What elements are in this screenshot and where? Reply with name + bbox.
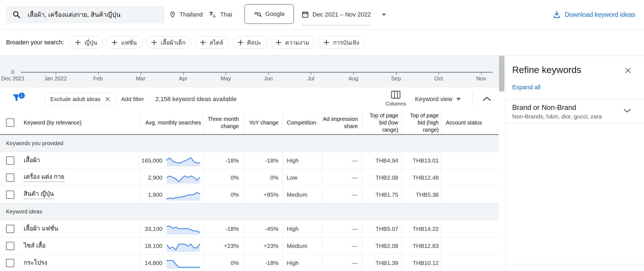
ad-impression-share-cell-value: —	[352, 174, 358, 181]
chart-month-label: Jun	[264, 75, 273, 82]
header-three-month-change[interactable]: Three month change	[203, 111, 243, 134]
refine-group-brand[interactable]: Brand or Non-Brand Non-Brands, h&m, dior…	[506, 99, 644, 123]
calendar-icon	[301, 11, 309, 18]
top-bar: Thailand A Thai Google Dec 2021 – Nov 20…	[0, 0, 644, 29]
add-filter-button[interactable]: Add filter	[121, 88, 144, 111]
location-label: Thailand	[179, 11, 203, 18]
vertical-scrollbar-thumb[interactable]	[499, 56, 504, 92]
bid-high-cell: THB14.22	[402, 220, 441, 237]
yoy-change-cell-value: 0%	[270, 174, 279, 181]
chart-axis-tick	[268, 73, 269, 75]
broaden-chip[interactable]: แฟชั่น	[107, 36, 143, 49]
bid-low-cell: THB2.08	[362, 169, 402, 186]
sparkline-svg	[166, 223, 201, 235]
header-account-status[interactable]: Account status	[441, 111, 499, 134]
avg-monthly-searches-cell: 1,900	[139, 186, 203, 203]
header-checkbox[interactable]	[6, 118, 14, 127]
svg-text:A: A	[213, 14, 216, 18]
chart-month-label: Aug	[348, 75, 358, 82]
row-checkbox[interactable]	[6, 259, 14, 267]
row-checkbox[interactable]	[6, 242, 14, 250]
date-caret-icon	[382, 13, 386, 16]
yoy-change-cell-value: -18%	[265, 157, 279, 164]
broaden-chip[interactable]: ศิลปะ	[233, 36, 267, 49]
three-month-change-cell: 0%	[203, 186, 243, 203]
avg-monthly-searches-cell: 2,900	[139, 169, 203, 186]
download-keyword-ideas-button[interactable]: Download keyword ideas	[553, 0, 635, 29]
yoy-change-cell: -18%	[243, 152, 283, 169]
network-label: Google	[265, 10, 285, 18]
bid-low-cell: THB1.75	[362, 186, 402, 203]
account-status-cell	[441, 186, 499, 203]
download-label: Download keyword ideas	[565, 11, 635, 18]
row-checkbox[interactable]	[6, 225, 14, 233]
avg-searches-value: 165,000	[141, 157, 162, 164]
ad-impression-share-cell: —	[322, 169, 362, 186]
expand-all-link[interactable]: Expand all	[512, 84, 541, 91]
columns-button[interactable]: Columns	[383, 90, 408, 107]
header-top-of-page-bid-low[interactable]: Top of page bid (low range)	[362, 111, 402, 134]
chart-month-label: May	[220, 75, 231, 82]
header-top-of-page-bid-high[interactable]: Top of page bid (high range)	[402, 111, 441, 134]
sparkline-svg	[166, 154, 201, 167]
exclude-adult-ideas-chip[interactable]: Exclude adult ideas	[44, 93, 117, 106]
chart-month-label: Jul	[307, 75, 315, 82]
header-keyword[interactable]: Keyword (by relevance)	[0, 111, 139, 134]
broaden-chip-label: แฟชั่น	[121, 38, 137, 47]
broaden-chips: ญี่ปุ่นแฟชั่นเสื้อผ้าเด็กสไตล์ศิลปะความง…	[70, 36, 365, 49]
ad-impression-share-cell-value: —	[352, 225, 358, 232]
chevron-down-icon	[623, 107, 632, 115]
filter-funnel-button[interactable]: 1	[12, 93, 24, 106]
chart-month-label: Apr	[179, 75, 187, 82]
trend-chart-strip: 0 Dec 2021Jan 2022FebMarAprMayJunJulAugS…	[0, 56, 499, 88]
keyword-search-box[interactable]	[6, 6, 164, 23]
broaden-chip[interactable]: สไตล์	[195, 36, 229, 49]
row-checkbox[interactable]	[6, 156, 14, 165]
table-row: กระโปรง14,8000%-18%High—THB1.39THB10.12	[0, 254, 499, 271]
language-selector[interactable]: A Thai	[209, 0, 232, 29]
header-label: Top of page bid (high range)	[402, 112, 439, 133]
refine-group-title: Brand or Non-Brand	[512, 103, 576, 112]
keyword-text: กระโปรง	[24, 259, 47, 267]
header-yoy-change[interactable]: YoY change	[243, 111, 283, 134]
keyword-view-dropdown[interactable]: Keyword view	[415, 88, 461, 111]
bid-low-cell-value: THB4.94	[375, 157, 398, 164]
header-avg-monthly-searches[interactable]: Avg. monthly searches	[139, 111, 203, 134]
table-section-header: Keyword ideas	[0, 203, 499, 220]
table-row: เครื่อง แต่ง กาย2,9000%0%Low—THB2.08THB1…	[0, 169, 499, 186]
broaden-chip[interactable]: ความงาม	[271, 36, 315, 49]
plus-icon	[275, 39, 282, 46]
chart-month-label: Oct	[434, 75, 443, 82]
three-month-change-cell: -18%	[203, 152, 243, 169]
close-panel-button[interactable]	[624, 67, 632, 75]
keyword-text: ไซส์ เสื้อ	[24, 242, 46, 250]
table-header-row: Keyword (by relevance) Avg. monthly sear…	[0, 111, 499, 135]
avg-searches-value: 14,800	[145, 259, 162, 267]
plus-icon	[199, 39, 207, 46]
header-ad-impression-share[interactable]: Ad impression share	[322, 111, 362, 134]
table-body: Keywords you providedเสื้อผ้า165,000-18%…	[0, 135, 499, 271]
broaden-chip[interactable]: ญี่ปุ่น	[70, 36, 103, 49]
panel-title: Refine keywords	[512, 64, 581, 75]
broaden-chip[interactable]: เสื้อผ้าเด็ก	[146, 36, 191, 49]
collapse-chart-button[interactable]	[482, 95, 492, 104]
bid-high-cell-value: THB12.83	[413, 242, 439, 250]
competition-cell-value: High	[287, 157, 299, 164]
competition-cell: Medium	[283, 186, 322, 203]
location-selector[interactable]: Thailand	[169, 0, 203, 29]
date-range-label: Dec 2021 – Nov 2022	[312, 11, 371, 18]
row-checkbox[interactable]	[6, 174, 14, 182]
broaden-chip[interactable]: การบันเทิง	[318, 36, 365, 49]
remove-filter-icon[interactable]	[105, 96, 110, 102]
keyword-text: เสื้อผ้า	[24, 156, 40, 164]
competition-cell: High	[283, 152, 322, 169]
header-competition[interactable]: Competition	[283, 111, 322, 134]
bid-high-cell: THB5.38	[402, 186, 441, 203]
search-input[interactable]	[27, 11, 146, 19]
account-status-cell	[441, 254, 499, 271]
row-checkbox[interactable]	[6, 191, 14, 199]
filter-count-badge: 1	[18, 92, 25, 99]
network-selector[interactable]: Google	[244, 4, 294, 24]
ideas-count-label: 2,158 keyword ideas available	[155, 96, 237, 103]
yoy-change-cell: -18%	[243, 254, 283, 271]
